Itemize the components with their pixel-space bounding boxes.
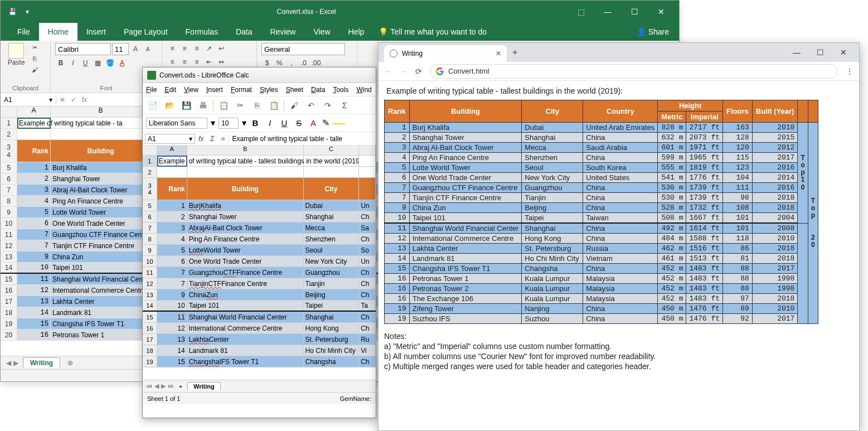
lo-strike-button[interactable]: S [293,118,304,129]
lo-toolbar-icon-0[interactable]: 📄 [146,99,159,112]
sheet-nav-next-icon[interactable]: ▶ [13,359,18,367]
align-right-icon[interactable]: ≡ [191,56,202,67]
back-button[interactable]: ← [384,67,392,76]
lo-sheet-tab-writing[interactable]: Writing [187,382,221,390]
wrap-text-icon[interactable]: ↩ [216,43,227,54]
lo-toolbar-icon-11[interactable]: Σ [338,99,351,112]
reload-button[interactable]: ⟳ [415,67,422,76]
lo-menu-styles[interactable]: Styles [260,86,278,94]
browser-tab[interactable]: Writing ✕ [384,45,507,62]
paste-button[interactable]: Paste [5,43,27,66]
orientation-icon[interactable]: ↗ [203,43,215,54]
bold-button[interactable]: B [55,57,66,69]
maximize-icon[interactable]: ☐ [810,48,830,57]
lo-name-box[interactable]: A1 ▾ [145,134,195,144]
lo-menu-sheet[interactable]: Sheet [286,86,303,94]
number-format-select[interactable] [261,43,345,55]
tell-me-search[interactable]: 💡 Tell me what you want to do [379,27,487,36]
close-icon[interactable]: ✕ [833,48,854,57]
fx-icon[interactable]: fx [82,96,87,104]
lo-bold-button[interactable]: B [250,118,261,129]
lo-toolbar-icon-2[interactable]: 💾 [180,99,193,112]
format-painter-icon[interactable]: 🖌 [30,65,40,74]
lo-menu-edit[interactable]: Edit [164,86,176,94]
lo-formula-input[interactable]: Example of writing typical table - talle [229,135,376,143]
align-center-icon[interactable]: ≡ [179,56,190,67]
tab-formulas[interactable]: Formulas [177,23,227,41]
lo-toolbar-icon-5[interactable]: ✂ [234,99,247,112]
lo-toolbar-icon-1[interactable]: 📂 [163,99,176,112]
ribbon-display-options-icon[interactable]: ⬚ [570,7,592,16]
lo-italic-button[interactable]: I [264,118,275,129]
chevron-down-icon[interactable]: ▾ [211,118,215,128]
lo-nav-last-icon[interactable]: ⏭ [168,382,174,390]
chevron-down-icon[interactable]: ▾ [242,118,246,128]
lo-nav-prev-icon[interactable]: ◀ [154,382,159,390]
sheet-nav-prev-icon[interactable]: ◀ [6,359,11,367]
shrink-font-icon[interactable]: A [142,43,153,55]
grow-font-icon[interactable]: A [130,43,141,55]
tab-data[interactable]: Data [227,23,261,41]
lo-menu-tools[interactable]: Tools [333,86,348,94]
lo-menu-format[interactable]: Format [231,86,252,94]
lo-toolbar-icon-3[interactable]: 🖶 [196,99,210,112]
font-size-select[interactable] [112,43,129,55]
lo-nav-first-icon[interactable]: ⏮ [146,382,152,390]
lo-menu-insert[interactable]: Insert [206,86,223,94]
qat-save-icon[interactable]: 💾 [8,8,17,16]
lo-toolbar-icon-7[interactable]: 📋 [267,99,280,112]
cut-icon[interactable]: ✂ [30,43,40,52]
tab-file[interactable]: File [8,23,39,41]
lo-sigma-icon[interactable]: Σ [207,135,217,143]
sheet-tab-writing[interactable]: Writing [23,357,60,368]
lo-menu-view[interactable]: View [184,86,198,94]
lo-toolbar-icon-4[interactable]: 📋 [217,99,230,112]
maximize-icon[interactable]: ☐ [623,7,646,16]
underline-button[interactable]: U [80,57,91,69]
minimize-icon[interactable]: — [597,7,619,16]
merge-center-icon[interactable]: ⇔ [216,56,227,67]
lo-font-name[interactable] [146,118,207,129]
lo-font-color-icon[interactable]: A [308,118,319,129]
lo-fx-icon[interactable]: fx [195,135,207,143]
share-button[interactable]: 👤 Share [637,27,669,36]
font-name-select[interactable] [55,43,111,55]
align-middle-icon[interactable]: ≡ [179,43,190,54]
lo-font-size[interactable] [219,118,239,129]
lo-eq-icon[interactable]: = [218,135,229,143]
cancel-icon[interactable]: ✕ [60,96,65,104]
lo-menu-wind[interactable]: Wind [356,86,371,94]
lo-underline-button[interactable]: U [279,118,290,129]
lo-toolbar-icon-6[interactable]: ⎘ [250,99,264,112]
new-tab-button[interactable]: + [507,47,523,57]
minimize-icon[interactable]: — [787,48,807,57]
address-bar[interactable]: Convert.html [430,64,838,79]
tab-insert[interactable]: Insert [77,23,115,41]
align-left-icon[interactable]: ≡ [167,56,178,67]
border-icon[interactable]: ▦ [92,57,103,69]
tab-review[interactable]: Review [261,23,305,41]
lo-menu-file[interactable]: File [146,86,157,94]
close-tab-icon[interactable]: ✕ [496,50,501,57]
lo-grid[interactable]: ABC1Exampleof writing typical table - ta… [143,146,376,380]
decrease-indent-icon[interactable]: ⇤ [203,56,215,67]
lo-nav-next-icon[interactable]: ▶ [161,382,166,390]
font-color-icon[interactable]: A [117,57,128,69]
tab-view[interactable]: View [304,23,339,41]
lo-toolbar-icon-10[interactable]: ↷ [321,99,334,112]
tab-home[interactable]: Home [39,23,77,41]
name-box[interactable]: A1 ▾ [1,96,56,104]
fill-color-icon[interactable]: 🪣 [104,57,115,69]
menu-icon[interactable]: ⋮ [846,67,854,76]
forward-button[interactable]: → [400,67,408,76]
tab-page-layout[interactable]: Page Layout [115,23,177,41]
lo-menu-data[interactable]: Data [311,86,325,94]
align-bottom-icon[interactable]: ≡ [191,43,202,54]
add-sheet-button[interactable]: ⊕ [65,357,76,369]
lo-toolbar-icon-9[interactable]: ↶ [304,99,318,112]
enter-icon[interactable]: ✓ [71,96,76,104]
italic-button[interactable]: I [67,57,79,69]
close-icon[interactable]: ✕ [650,7,672,16]
tab-help[interactable]: Help [340,23,374,41]
qat-customize-icon[interactable]: ▾ [26,8,29,16]
